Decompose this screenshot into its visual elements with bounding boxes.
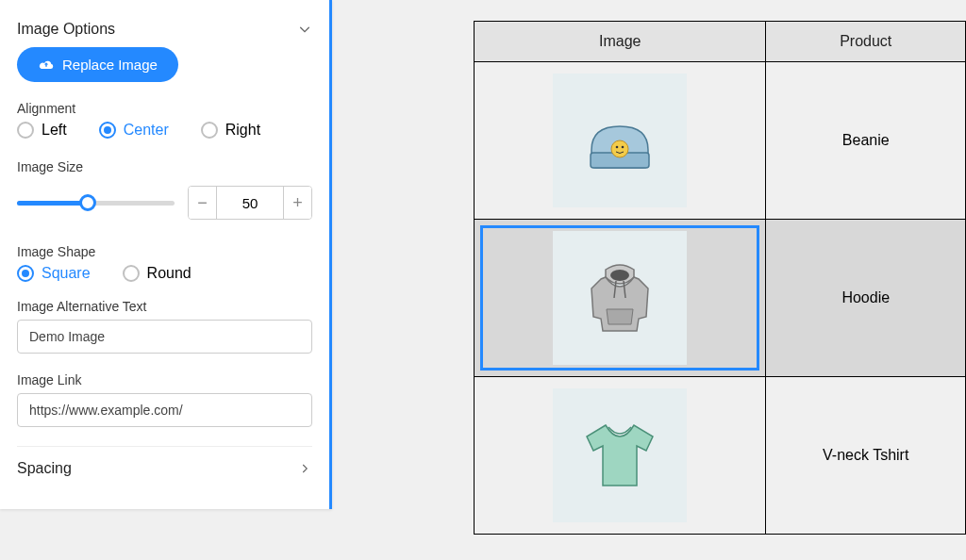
product-name: Beanie — [766, 62, 966, 220]
image-link-input[interactable] — [17, 393, 312, 427]
shape-round[interactable]: Round — [123, 265, 192, 282]
image-link-label: Image Link — [17, 372, 312, 387]
product-image-hoodie[interactable] — [553, 231, 687, 365]
spacing-header[interactable]: Spacing — [17, 446, 312, 481]
radio-icon — [99, 122, 116, 139]
increment-button[interactable]: + — [283, 187, 311, 219]
svg-point-2 — [616, 146, 619, 149]
product-image-tshirt[interactable] — [553, 388, 687, 522]
alignment-label: Alignment — [17, 101, 312, 116]
radio-icon — [201, 122, 218, 139]
chevron-right-icon — [297, 461, 312, 476]
image-options-header[interactable]: Image Options — [17, 15, 312, 47]
header-product: Product — [766, 22, 966, 62]
alignment-right[interactable]: Right — [201, 122, 260, 139]
image-size-stepper: − + — [188, 186, 312, 220]
image-size-slider[interactable] — [17, 193, 175, 212]
header-image: Image — [475, 22, 766, 62]
radio-icon — [17, 265, 34, 282]
product-image-beanie[interactable] — [553, 74, 687, 207]
product-name: V-neck Tshirt — [766, 377, 966, 535]
radio-icon — [17, 122, 34, 139]
options-panel: Image Options Replace Image Alignment Le… — [0, 0, 332, 509]
table-row[interactable]: Beanie — [475, 62, 966, 220]
cloud-upload-icon — [38, 57, 55, 73]
replace-image-label: Replace Image — [62, 57, 158, 73]
alignment-center[interactable]: Center — [99, 122, 169, 139]
svg-point-1 — [611, 140, 628, 157]
image-size-label: Image Size — [17, 159, 312, 174]
chevron-down-icon — [297, 22, 312, 37]
beanie-icon — [577, 98, 662, 183]
spacing-title: Spacing — [17, 460, 72, 477]
radio-icon — [123, 265, 140, 282]
slider-thumb[interactable] — [79, 194, 96, 211]
image-size-input[interactable] — [217, 187, 283, 219]
product-name: Hoodie — [766, 220, 966, 377]
product-table: Image Product Beani — [474, 21, 966, 535]
alignment-left[interactable]: Left — [17, 122, 67, 139]
alignment-radio-group: Left Center Right — [17, 122, 312, 139]
alt-text-label: Image Alternative Text — [17, 299, 312, 314]
section-title: Image Options — [17, 21, 115, 38]
decrement-button[interactable]: − — [189, 187, 217, 219]
replace-image-button[interactable]: Replace Image — [17, 47, 178, 82]
image-shape-label: Image Shape — [17, 244, 312, 259]
table-row[interactable]: V-neck Tshirt — [475, 377, 966, 535]
svg-point-4 — [610, 270, 629, 281]
svg-point-3 — [622, 146, 625, 149]
hoodie-icon — [573, 251, 667, 345]
tshirt-icon — [573, 408, 667, 502]
alt-text-input[interactable] — [17, 320, 312, 354]
table-row[interactable]: Hoodie — [475, 220, 966, 377]
shape-radio-group: Square Round — [17, 265, 312, 282]
preview-canvas: Image Product Beani — [474, 21, 966, 535]
shape-square[interactable]: Square — [17, 265, 91, 282]
